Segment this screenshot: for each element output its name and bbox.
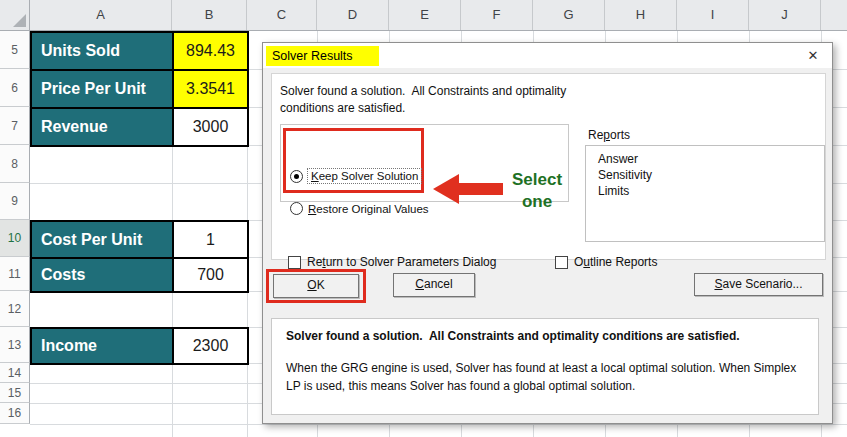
checkbox-outline-label: Outline Reports <box>574 255 657 269</box>
column-header-partial[interactable] <box>821 0 847 30</box>
annotation-red-box-ok <box>266 269 366 303</box>
cell-a5-units-sold[interactable]: Units Sold <box>30 31 174 71</box>
gridline <box>30 424 847 425</box>
save-scenario-button[interactable]: Save Scenario... <box>694 273 823 296</box>
dialog-title: Solver Results <box>266 46 379 66</box>
row-header-13[interactable]: 13 <box>0 327 30 363</box>
cell-a11-costs[interactable]: Costs <box>30 257 174 293</box>
row-header-14[interactable]: 14 <box>0 363 30 383</box>
cell-a10-cost-per-unit[interactable]: Cost Per Unit <box>30 220 174 259</box>
cell-a6-price-per-unit[interactable]: Price Per Unit <box>30 69 174 109</box>
radio-restore-label: Restore Original Values <box>308 203 429 215</box>
cell-b7-value[interactable]: 3000 <box>172 107 249 147</box>
select-all-triangle-icon <box>13 14 26 27</box>
column-header-g[interactable]: G <box>533 0 605 30</box>
column-header-h[interactable]: H <box>605 0 677 30</box>
annotation-select-one: Select one <box>496 169 578 213</box>
cell-b6-value[interactable]: 3.3541 <box>172 69 249 109</box>
description-box: Solver found a solution. All Constraints… <box>271 318 819 415</box>
dialog-title-bar[interactable]: Solver Results ✕ <box>263 43 832 68</box>
cell-b11-value[interactable]: 700 <box>172 257 249 293</box>
solver-results-dialog: Solver Results ✕ Solver found a solution… <box>262 42 833 424</box>
excel-window: A B C D E F G H I J <box>0 0 847 437</box>
cancel-button[interactable]: Cancel <box>393 273 475 297</box>
checkbox-unchecked-icon <box>288 256 301 269</box>
radio-keep-solver-solution[interactable]: Keep Solver Solution <box>290 169 421 183</box>
checkbox-outline-reports[interactable]: Outline Reports <box>555 255 657 269</box>
cell-a13-income[interactable]: Income <box>30 327 174 365</box>
row-header-5[interactable]: 5 <box>0 31 30 69</box>
cell-a7-revenue[interactable]: Revenue <box>30 107 174 147</box>
row-header-6[interactable]: 6 <box>0 69 30 107</box>
select-all-button[interactable] <box>0 0 30 30</box>
cancel-button-label: Cancel <box>415 277 452 291</box>
save-scenario-button-label: Save Scenario... <box>714 277 802 291</box>
checkbox-unchecked-icon <box>555 256 568 269</box>
close-icon[interactable]: ✕ <box>804 47 822 65</box>
reports-item-sensitivity[interactable]: Sensitivity <box>598 167 824 183</box>
checkbox-return-label: Return to Solver Parameters Dialog <box>307 255 496 269</box>
row-header-15[interactable]: 15 <box>0 383 30 403</box>
reports-item-answer[interactable]: Answer <box>598 151 824 167</box>
solver-message: Solver found a solution. All Constraints… <box>280 83 566 117</box>
column-header-i[interactable]: I <box>677 0 749 30</box>
reports-item-limits[interactable]: Limits <box>598 183 824 199</box>
column-header-d[interactable]: D <box>317 0 389 30</box>
radio-unselected-icon <box>290 202 303 215</box>
row-header-16[interactable]: 16 <box>0 403 30 424</box>
description-heading: Solver found a solution. All Constraints… <box>286 329 806 343</box>
cell-b10-value[interactable]: 1 <box>172 220 249 259</box>
radio-restore-original-values[interactable]: Restore Original Values <box>290 202 429 215</box>
cell-b13-value[interactable]: 2300 <box>172 327 249 365</box>
column-header-j[interactable]: J <box>749 0 821 30</box>
dialog-body-panel: Solver found a solution. All Constraints… <box>271 73 826 260</box>
column-header-a[interactable]: A <box>30 0 172 30</box>
annotation-arrow-head-icon <box>433 174 459 204</box>
radio-selected-icon <box>290 170 303 183</box>
column-header-b[interactable]: B <box>172 0 247 30</box>
annotation-red-box-radios <box>283 128 424 193</box>
row-header-12[interactable]: 12 <box>0 291 30 327</box>
column-header-c[interactable]: C <box>247 0 317 30</box>
checkbox-return-to-solver[interactable]: Return to Solver Parameters Dialog <box>288 255 496 269</box>
column-header-f[interactable]: F <box>461 0 533 30</box>
cell-b5-value[interactable]: 894.43 <box>172 31 249 71</box>
row-header-8[interactable]: 8 <box>0 145 30 183</box>
row-header-11[interactable]: 11 <box>0 257 30 291</box>
row-header-9[interactable]: 9 <box>0 183 30 220</box>
reports-listbox[interactable]: Answer Sensitivity Limits <box>585 145 825 242</box>
column-header-row: A B C D E F G H I J <box>0 0 847 31</box>
description-body: When the GRG engine is used, Solver has … <box>286 359 810 395</box>
row-header-10[interactable]: 10 <box>0 220 30 257</box>
radio-keep-label: Keep Solver Solution <box>308 169 421 183</box>
reports-label: Reports <box>588 128 630 142</box>
row-header-7[interactable]: 7 <box>0 107 30 145</box>
column-header-e[interactable]: E <box>389 0 461 30</box>
